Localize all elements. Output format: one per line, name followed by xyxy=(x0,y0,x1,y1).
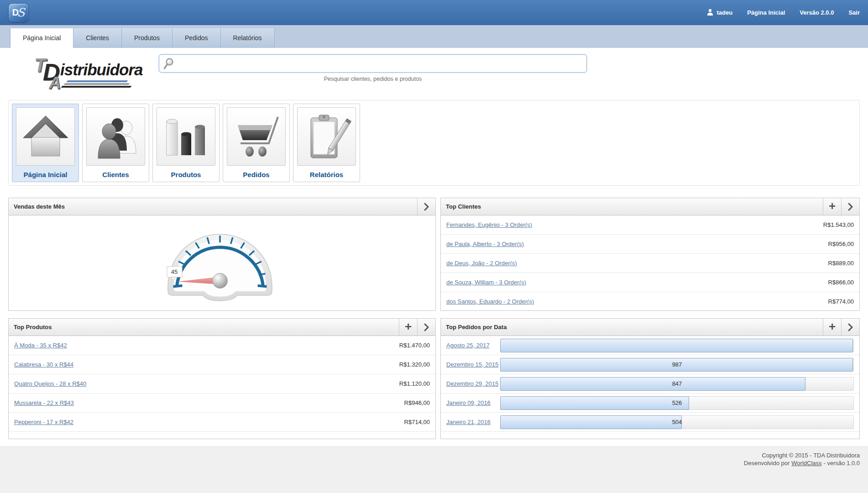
bar-track: 504 xyxy=(500,415,854,429)
product-value: R$714,00 xyxy=(404,419,430,425)
topbar-link-home[interactable]: Página Inicial xyxy=(747,9,785,16)
table-row: À Moda - 35 x R$42 R$1.470,00 xyxy=(9,336,435,355)
shortcut-pedidos[interactable]: Pedidos xyxy=(223,104,290,182)
page-footer: Copyright © 2015 - TDA Distribuidora Des… xyxy=(0,446,868,493)
footer-copyright: Copyright © 2015 - TDA Distribuidora xyxy=(8,451,860,459)
footer-developed-by: Desenvolvido por xyxy=(744,459,790,467)
table-row: Fernandes, Eugênio - 3 Order(s) R$1.543,… xyxy=(441,215,859,235)
client-link[interactable]: de Deus, João - 2 Order(s) xyxy=(446,260,517,267)
date-link[interactable]: Agosto 25, 2017 xyxy=(446,342,500,349)
table-row: Calabresa - 30 x R$44 R$1.320,00 xyxy=(9,355,435,374)
panel-top-clientes: Top Clientes + Fernandes, Eugênio - 3 Or… xyxy=(440,198,860,311)
table-row: de Paula, Alberto - 3 Order(s) R$956,00 xyxy=(441,235,859,254)
bar-track: 847 xyxy=(500,377,854,391)
table-row: de Souza, William - 3 Order(s) R$866,00 xyxy=(441,273,859,292)
table-row: de Deus, João - 2 Order(s) R$889,00 xyxy=(441,254,859,273)
sales-gauge: 45 xyxy=(165,225,279,302)
add-button[interactable]: + xyxy=(823,198,841,215)
shortcut-relatorios[interactable]: Relatórios xyxy=(293,104,360,182)
product-link[interactable]: Pepperoni - 17 x R$42 xyxy=(14,419,73,425)
user-menu[interactable]: tadeu xyxy=(707,9,732,17)
client-link[interactable]: Fernandes, Eugênio - 3 Order(s) xyxy=(446,221,532,228)
shortcut-pagina-inicial[interactable]: Página Inicial xyxy=(12,104,79,182)
shortcut-label: Clientes xyxy=(102,171,129,178)
date-link[interactable]: Janeiro 21, 2016 xyxy=(446,419,500,425)
magnifier-icon xyxy=(163,58,175,72)
top-bar: DS tadeu Página Inicial Versão 2.0.0 Sai… xyxy=(0,0,868,25)
chevron-right-icon xyxy=(424,203,429,211)
client-link[interactable]: dos Santos, Eduardo - 2 Order(s) xyxy=(446,298,534,305)
date-link[interactable]: Janeiro 09, 2016 xyxy=(446,399,500,406)
panel-title: Top Produtos xyxy=(9,324,52,330)
product-value: R$1.120,00 xyxy=(399,380,430,387)
client-value: R$866,00 xyxy=(828,279,854,286)
chevron-right-icon xyxy=(848,323,853,331)
people-icon xyxy=(86,107,145,166)
bar-chart-icon xyxy=(157,107,215,166)
app-logo-text-s: S xyxy=(17,6,25,19)
table-row: dos Santos, Eduardo - 2 Order(s) R$774,0… xyxy=(441,292,859,311)
shortcut-produtos[interactable]: Produtos xyxy=(152,104,220,182)
table-row: Pepperoni - 17 x R$42 R$714,00 xyxy=(9,413,435,432)
worldclass-link[interactable]: WorldClass xyxy=(791,459,821,467)
add-button[interactable]: + xyxy=(399,319,417,336)
gauge-value-label: 45 xyxy=(171,268,177,275)
product-link[interactable]: À Moda - 35 x R$42 xyxy=(14,342,67,349)
shortcut-label: Página Inicial xyxy=(24,171,68,178)
bar-value: 526 xyxy=(501,397,853,409)
tab-clientes[interactable]: Clientes xyxy=(73,28,122,48)
product-value: R$1.320,00 xyxy=(399,361,430,368)
table-row: Quatro Queijos - 28 x R$40 R$1.120,00 xyxy=(9,374,435,393)
product-link[interactable]: Mussarela - 22 x R$43 xyxy=(14,399,74,406)
tab-relatorios[interactable]: Relatórios xyxy=(221,28,275,48)
client-value: R$889,00 xyxy=(828,260,854,267)
topbar-version: Versão 2.0.0 xyxy=(800,9,834,16)
client-value: R$1.543,00 xyxy=(823,221,854,228)
bar-value: 504 xyxy=(501,416,853,429)
client-value: R$774,00 xyxy=(828,298,854,305)
brand-underline-blue xyxy=(66,80,128,82)
tab-pagina-inicial[interactable]: Página Inicial xyxy=(10,28,73,48)
bar-row: Dezembro 15, 2015 987 xyxy=(441,355,859,374)
plus-icon: + xyxy=(829,200,836,212)
tab-pedidos[interactable]: Pedidos xyxy=(173,28,221,48)
app-logo[interactable]: DS xyxy=(8,3,29,22)
expand-button[interactable] xyxy=(841,198,859,215)
brand-word: istribuidora xyxy=(60,61,143,79)
plus-icon: + xyxy=(405,320,412,332)
shortcut-label: Relatórios xyxy=(310,171,343,178)
bar-row: Agosto 25, 2017 xyxy=(441,336,859,355)
shortcut-tiles: Página Inicial Clientes xyxy=(8,100,860,186)
date-link[interactable]: Dezembro 15, 2015 xyxy=(446,361,500,368)
main-tab-bar: Página Inicial Clientes Produtos Pedidos… xyxy=(0,25,868,48)
expand-button[interactable] xyxy=(417,319,435,336)
shortcut-clientes[interactable]: Clientes xyxy=(82,104,149,182)
bar-value: 847 xyxy=(501,378,853,390)
bar-track xyxy=(500,339,854,352)
bar-track: 526 xyxy=(500,396,854,410)
expand-button[interactable] xyxy=(841,319,859,336)
bar-value: 987 xyxy=(501,358,853,371)
brand-letter-a: A xyxy=(49,73,61,93)
search-hint: Pesquisar clientes, pedidos e produtos xyxy=(159,76,587,82)
client-link[interactable]: de Souza, William - 3 Order(s) xyxy=(446,279,526,286)
add-button[interactable]: + xyxy=(823,319,841,336)
product-link[interactable]: Quatro Queijos - 28 x R$40 xyxy=(14,380,86,387)
product-value: R$946,00 xyxy=(404,399,430,406)
shortcut-label: Produtos xyxy=(171,171,201,178)
page-content: T D A istribuidora Pesquisar clientes, p… xyxy=(0,48,868,446)
topbar-link-logout[interactable]: Sair xyxy=(848,9,860,16)
client-link[interactable]: de Paula, Alberto - 3 Order(s) xyxy=(446,241,524,247)
expand-button[interactable] xyxy=(417,198,435,215)
plus-icon: + xyxy=(829,320,836,332)
footer-version: - versão 1.0.0 xyxy=(824,459,860,467)
panel-top-pedidos: Top Pedidos por Data + Agosto 25, 2017 xyxy=(440,318,860,439)
panel-title: Top Pedidos por Data xyxy=(441,324,507,330)
product-link[interactable]: Calabresa - 30 x R$44 xyxy=(14,361,73,368)
search-input[interactable] xyxy=(159,54,587,73)
tab-produtos[interactable]: Produtos xyxy=(122,28,173,48)
panel-top-produtos: Top Produtos + À Moda - 35 x R$42 R$1.47… xyxy=(8,318,436,439)
date-link[interactable]: Dezembro 29, 2015 xyxy=(446,380,500,387)
client-value: R$956,00 xyxy=(828,241,854,247)
chevron-right-icon xyxy=(848,203,853,211)
